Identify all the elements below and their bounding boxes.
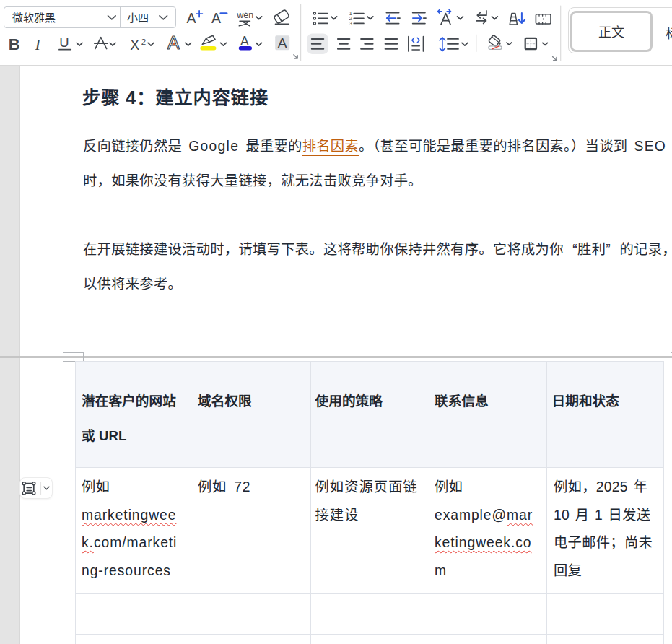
svg-text:A: A [187,10,196,26]
svg-text:A: A [211,10,221,26]
svg-text:A: A [167,32,180,53]
svg-text:3: 3 [349,20,353,27]
svg-text:X: X [130,37,139,53]
svg-text:B: B [9,35,20,53]
svg-text:U: U [59,35,69,50]
svg-text:I: I [35,35,42,53]
svg-text:A: A [278,35,287,51]
svg-text:2: 2 [141,38,146,46]
svg-text:wén: wén [236,10,253,20]
svg-text:A: A [240,34,249,48]
